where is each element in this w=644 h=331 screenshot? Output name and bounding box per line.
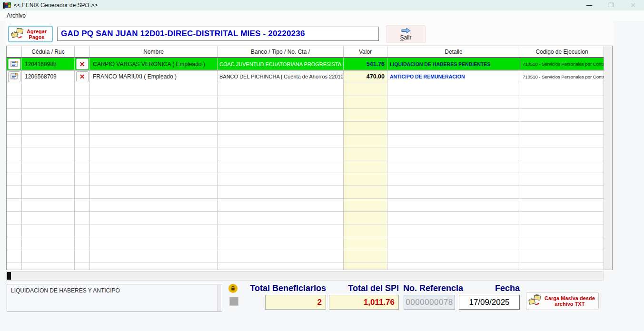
empty-cell <box>75 199 90 211</box>
empty-cell <box>387 135 520 147</box>
empty-cell <box>387 237 520 250</box>
title-bar: << FENIX Generador de SPi3 >> — ❐ ✕ <box>0 0 644 10</box>
total-beneficiarios-field: 2 <box>265 295 326 310</box>
window-title: << FENIX Generador de SPi3 >> <box>14 2 98 9</box>
agregar-pagos-button[interactable]: Agregar Pagos <box>8 26 53 42</box>
empty-cell <box>344 263 387 270</box>
delete-x-icon: ✕ <box>79 73 85 80</box>
empty-table-row[interactable] <box>7 224 604 237</box>
edit-record-button[interactable] <box>8 71 20 82</box>
empty-table-row[interactable] <box>7 83 604 96</box>
empty-cell <box>7 160 22 173</box>
empty-table-row[interactable] <box>7 96 604 109</box>
empty-cell <box>7 83 22 96</box>
empty-cell <box>75 83 90 96</box>
empty-cell <box>344 109 387 121</box>
minimize-button[interactable]: — <box>578 0 600 10</box>
empty-cell <box>344 96 387 108</box>
empty-cell <box>22 122 75 134</box>
empty-cell <box>7 263 22 270</box>
menu-item-archivo[interactable]: Archivo <box>5 12 28 19</box>
salir-button[interactable]: Salir <box>386 25 426 43</box>
empty-cell <box>90 186 218 198</box>
no-referencia-field: 0000000078 <box>404 295 455 310</box>
edit-record-button[interactable] <box>8 58 20 69</box>
empty-cell <box>387 96 520 108</box>
empty-cell <box>520 237 604 250</box>
carga-masiva-button[interactable]: Carga Masiva desde archivo TXT <box>526 292 599 310</box>
empty-cell <box>22 212 75 224</box>
empty-cell <box>22 135 75 147</box>
empty-table-row[interactable] <box>7 212 604 224</box>
comment-text: LIQUIDACION DE HABERES Y ANTICIPO <box>11 287 120 294</box>
comment-textarea[interactable]: LIQUIDACION DE HABERES Y ANTICIPO <box>7 284 222 312</box>
empty-cell <box>22 263 75 270</box>
empty-table-row[interactable] <box>7 135 604 147</box>
empty-cell <box>90 160 218 173</box>
empty-cell <box>22 224 75 237</box>
cell-codigo: 710510 - Servicios Personales por Contra… <box>520 58 604 70</box>
empty-table-row[interactable] <box>7 173 604 186</box>
empty-cell <box>75 212 90 224</box>
comment-scrollbar[interactable] <box>217 285 221 311</box>
empty-table-row[interactable] <box>7 122 604 135</box>
table-row[interactable]: 1204160988 ✕ CARPIO VARGAS VERONICA ( Em… <box>7 58 604 70</box>
total-spi-label: Total del SPi <box>333 283 399 293</box>
close-button[interactable]: ✕ <box>622 0 644 10</box>
empty-table-row[interactable] <box>7 147 604 160</box>
empty-cell <box>344 250 387 263</box>
empty-cell <box>75 173 90 185</box>
empty-cell <box>75 122 90 134</box>
empty-cell <box>90 147 218 160</box>
fecha-field[interactable]: 17/09/2025 <box>459 295 520 310</box>
empty-table-row[interactable] <box>7 199 604 212</box>
no-referencia-value: 0000000078 <box>406 298 453 307</box>
toolbar-panel: Agregar Pagos GAD PQ SAN JUAN 12D01-DIRE… <box>4 21 614 45</box>
empty-cell <box>344 160 387 173</box>
empty-table-row[interactable] <box>7 250 604 263</box>
empty-table-row[interactable] <box>7 237 604 250</box>
empty-cell <box>218 96 344 108</box>
cell-cedula: 1204160988 <box>22 58 75 70</box>
horizontal-scroll-thumb[interactable] <box>7 272 11 280</box>
delete-x-icon: ✕ <box>79 61 85 68</box>
gray-square-button[interactable] <box>229 297 238 306</box>
empty-cell <box>22 147 75 160</box>
empty-cell <box>90 224 218 237</box>
empty-table-row[interactable] <box>7 160 604 173</box>
entity-title-text: GAD PQ SAN JUAN 12D01-DIREC-DISTRITAL MI… <box>61 29 305 39</box>
empty-cell <box>344 199 387 211</box>
empty-cell <box>7 186 22 198</box>
entity-title-input[interactable]: GAD PQ SAN JUAN 12D01-DIREC-DISTRITAL MI… <box>57 27 379 41</box>
empty-cell <box>344 83 387 96</box>
cell-detalle: ANTICIPO DE REMUNERACION <box>387 70 520 83</box>
empty-cell <box>7 224 22 237</box>
table-row[interactable]: 1206568709 ✕ FRANCO MARIUXI ( Empleado )… <box>7 70 604 83</box>
empty-cell <box>218 173 344 185</box>
column-header-del <box>75 46 90 58</box>
empty-cell <box>520 147 604 160</box>
empty-cell <box>75 160 90 173</box>
lock-icon[interactable] <box>228 284 238 293</box>
restore-button[interactable]: ❐ <box>600 0 622 10</box>
grid-header-row: Cédula / RucNombreBanco / Tipo / No. Cta… <box>7 46 604 58</box>
empty-cell <box>22 83 75 96</box>
empty-cell <box>520 96 604 108</box>
empty-table-row[interactable] <box>7 186 604 199</box>
empty-cell <box>344 173 387 185</box>
no-referencia-label: No. Referencia <box>403 283 463 293</box>
empty-table-row[interactable] <box>7 109 604 122</box>
delete-row-button[interactable]: ✕ <box>76 71 89 82</box>
empty-table-row[interactable] <box>7 263 604 270</box>
grid-vertical-scrollbar[interactable] <box>604 46 612 270</box>
grid-horizontal-scrollbar[interactable] <box>6 271 604 281</box>
delete-row-button[interactable]: ✕ <box>76 58 89 69</box>
empty-cell <box>90 199 218 211</box>
empty-cell <box>218 212 344 224</box>
empty-cell <box>75 186 90 198</box>
empty-cell <box>520 83 604 96</box>
empty-cell <box>387 122 520 134</box>
empty-cell <box>218 160 344 173</box>
empty-cell <box>520 160 604 173</box>
empty-cell <box>75 263 90 270</box>
